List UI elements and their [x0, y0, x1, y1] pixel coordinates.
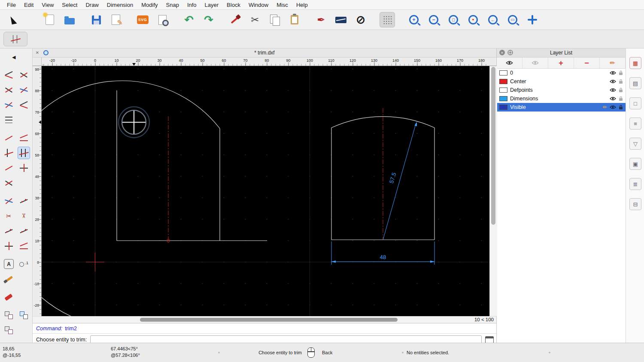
modify-mirror-icon[interactable]: [18, 84, 30, 96]
menu-layer[interactable]: Layer: [205, 2, 219, 8]
grid-toggle-button[interactable]: [380, 12, 395, 27]
modify-trim-both-icon[interactable]: [18, 147, 30, 159]
zoom-selection-button[interactable]: [465, 12, 481, 27]
menu-modify[interactable]: Modify: [141, 2, 158, 8]
menu-view[interactable]: View: [42, 2, 54, 8]
undo-button[interactable]: [181, 12, 197, 27]
zoom-in-button[interactable]: [406, 12, 422, 27]
layer-lock-icon[interactable]: [619, 87, 623, 93]
collapse-tools-icon[interactable]: ◀: [12, 54, 15, 60]
zoom-auto-button[interactable]: [446, 12, 461, 27]
delete-selected-icon[interactable]: [3, 291, 15, 303]
modify-scale-icon[interactable]: [3, 84, 15, 96]
print-preview-button[interactable]: [155, 12, 170, 27]
layer-visibility-icon[interactable]: [610, 79, 616, 84]
hatch-icon[interactable]: [3, 273, 15, 285]
copy-button[interactable]: [267, 12, 283, 27]
modify-morph-icon[interactable]: [18, 240, 30, 252]
menu-block[interactable]: Block: [227, 2, 240, 8]
layer-color-swatch[interactable]: [499, 105, 507, 110]
layer-visibility-icon[interactable]: [610, 71, 616, 75]
edit-block-icon[interactable]: [3, 324, 15, 336]
layer-color-swatch[interactable]: [499, 79, 507, 84]
linetype-scale-icon[interactable]: [18, 258, 30, 270]
explode-block-icon[interactable]: [3, 309, 15, 321]
layer-color-swatch[interactable]: [499, 70, 507, 75]
menu-help[interactable]: Help: [296, 2, 308, 8]
zoom-out-button[interactable]: [426, 12, 441, 27]
layer-row[interactable]: Defpoints: [497, 86, 626, 94]
modify-cut-icon[interactable]: [3, 210, 15, 222]
modify-round-icon[interactable]: [3, 177, 15, 189]
modify-trim-icon[interactable]: [3, 147, 15, 159]
layer-visibility-icon[interactable]: [610, 88, 616, 92]
svg-export-button[interactable]: SVG: [135, 12, 150, 27]
layer-row[interactable]: 0: [497, 69, 626, 77]
modify-break-out-icon[interactable]: [18, 195, 30, 207]
modify-order-icon[interactable]: [3, 114, 15, 126]
menu-snap[interactable]: Snap: [166, 2, 179, 8]
new-file-button[interactable]: [42, 12, 58, 27]
layer-color-swatch[interactable]: [499, 87, 507, 93]
edit-layer-button[interactable]: [600, 57, 626, 68]
menu-draw[interactable]: Draw: [85, 2, 98, 8]
cut-button[interactable]: [247, 12, 263, 27]
line-attributes-button[interactable]: [333, 12, 349, 27]
menu-info[interactable]: Info: [187, 2, 197, 8]
layer-list-button[interactable]: ▤: [629, 77, 641, 89]
menu-misc[interactable]: Misc: [276, 2, 288, 8]
modify-lengthen-icon[interactable]: [3, 162, 15, 174]
vertical-scrollbar-thumb[interactable]: [491, 67, 495, 225]
menu-edit[interactable]: Edit: [24, 2, 33, 8]
layer-visibility-icon[interactable]: [610, 105, 616, 109]
draft-mode-button[interactable]: [353, 12, 368, 27]
create-block-icon[interactable]: [18, 309, 30, 321]
layer-row[interactable]: Visible: [497, 103, 626, 112]
hide-all-layers-button[interactable]: [522, 57, 548, 68]
modify-divide-icon[interactable]: [3, 195, 15, 207]
modify-rotate-two-icon[interactable]: [18, 99, 30, 111]
modify-offset-icon[interactable]: [3, 132, 15, 144]
menu-file[interactable]: File: [7, 2, 16, 8]
modify-bevel-icon[interactable]: [18, 162, 30, 174]
zoom-window-button[interactable]: [505, 12, 520, 27]
open-file-button[interactable]: [62, 12, 77, 27]
pen-button[interactable]: [313, 12, 329, 27]
modify-rotate-icon[interactable]: [18, 69, 30, 81]
remove-button[interactable]: [228, 12, 243, 27]
block-list-button[interactable]: □: [629, 97, 641, 109]
layer-lock-icon[interactable]: [619, 96, 623, 101]
layer-lock-icon[interactable]: [619, 70, 623, 75]
view-list-button[interactable]: ≡: [629, 118, 641, 130]
modify-flip-icon[interactable]: [3, 99, 15, 111]
pointer-button[interactable]: [6, 12, 21, 27]
library-browser-button[interactable]: ▣: [629, 158, 641, 170]
save-as-button[interactable]: [108, 12, 124, 27]
layer-color-swatch[interactable]: [499, 96, 507, 101]
redo-button[interactable]: [201, 12, 216, 27]
modify-move-icon[interactable]: [3, 69, 15, 81]
horizontal-scrollbar[interactable]: [41, 317, 453, 323]
layer-lock-icon[interactable]: [619, 79, 623, 84]
pan-button[interactable]: [525, 12, 540, 27]
layer-lock-icon[interactable]: [619, 105, 623, 110]
layer-row[interactable]: Center: [497, 77, 626, 86]
vertical-scrollbar[interactable]: [489, 66, 497, 316]
modify-break-gap-icon[interactable]: [3, 225, 15, 237]
command-line-button[interactable]: ≣: [629, 178, 641, 190]
selection-filter-button[interactable]: ▽: [629, 138, 641, 150]
menu-select[interactable]: Select: [62, 2, 77, 8]
layer-row[interactable]: Dimensions: [497, 94, 626, 103]
modify-delete-icon[interactable]: [18, 132, 30, 144]
remove-layer-button[interactable]: [574, 57, 600, 68]
save-button[interactable]: [88, 12, 104, 27]
menu-window[interactable]: Window: [249, 2, 268, 8]
menu-dimension[interactable]: Dimension: [107, 2, 133, 8]
layer-visibility-icon[interactable]: [610, 97, 616, 101]
modify-break-gap-manual-icon[interactable]: [18, 225, 30, 237]
active-tool-trim-both-button[interactable]: [3, 32, 27, 46]
add-layer-button[interactable]: [548, 57, 574, 68]
modify-stretch-icon[interactable]: [3, 240, 15, 252]
command-detach-icon[interactable]: [485, 336, 494, 343]
paste-button[interactable]: [287, 12, 302, 27]
